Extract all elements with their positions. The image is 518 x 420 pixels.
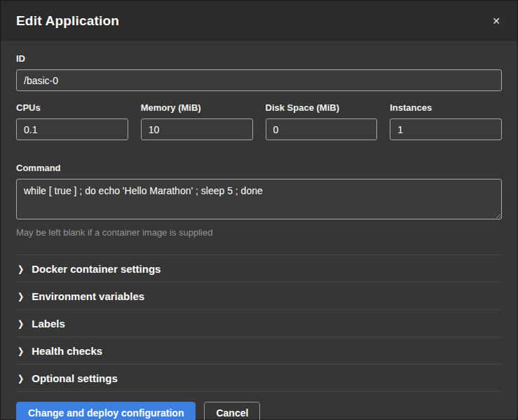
section-label: Docker container settings [32, 263, 161, 275]
instances-label: Instances [390, 102, 502, 113]
command-label: Command [16, 163, 502, 173]
modal-body: ID CPUs Memory (MiB) Disk Space (MiB) In… [1, 41, 517, 392]
modal-title: Edit Application [16, 13, 119, 29]
disk-field-group: Disk Space (MiB) [266, 102, 378, 140]
chevron-right-icon: ❯ [18, 264, 24, 274]
section-health-checks[interactable]: ❯ Health checks [16, 337, 502, 364]
change-and-deploy-button[interactable]: Change and deploy configuration [16, 402, 196, 420]
cancel-button[interactable]: Cancel [204, 402, 260, 420]
modal-footer: Change and deploy configuration Cancel [1, 392, 517, 420]
instances-input[interactable] [390, 118, 502, 140]
chevron-right-icon: ❯ [18, 373, 24, 384]
cpus-label: CPUs [16, 102, 128, 113]
command-input[interactable]: while [ true ] ; do echo 'Hello Marathon… [16, 179, 502, 219]
section-docker-container-settings[interactable]: ❯ Docker container settings [16, 255, 502, 282]
close-icon[interactable]: ✕ [491, 15, 502, 27]
chevron-right-icon: ❯ [18, 291, 24, 302]
memory-input[interactable] [141, 118, 253, 140]
cpus-input[interactable] [16, 118, 128, 140]
section-label: Labels [32, 318, 65, 330]
command-help-text: May be left blank if a container image i… [16, 227, 502, 238]
section-label: Optional settings [32, 372, 118, 384]
section-environment-variables[interactable]: ❯ Environment variables [16, 282, 502, 309]
memory-label: Memory (MiB) [141, 102, 253, 113]
modal-header: Edit Application ✕ [1, 1, 517, 41]
resources-row: CPUs Memory (MiB) Disk Space (MiB) Insta… [16, 102, 502, 151]
section-optional-settings[interactable]: ❯ Optional settings [16, 364, 502, 391]
collapsible-sections: ❯ Docker container settings ❯ Environmen… [16, 255, 502, 392]
command-field-group: Command while [ true ] ; do echo 'Hello … [16, 163, 502, 238]
id-input[interactable] [16, 69, 502, 91]
chevron-right-icon: ❯ [18, 318, 24, 329]
id-field-group: ID [16, 53, 502, 91]
cpus-field-group: CPUs [16, 102, 128, 140]
disk-label: Disk Space (MiB) [266, 102, 378, 113]
edit-application-modal: Edit Application ✕ ID CPUs Memory (MiB) … [0, 0, 518, 420]
instances-field-group: Instances [390, 102, 502, 140]
chevron-right-icon: ❯ [18, 346, 24, 356]
memory-field-group: Memory (MiB) [141, 102, 253, 140]
id-label: ID [16, 53, 502, 64]
section-labels[interactable]: ❯ Labels [16, 309, 502, 337]
disk-input[interactable] [266, 118, 378, 140]
section-label: Health checks [32, 345, 102, 357]
section-label: Environment variables [32, 290, 144, 302]
